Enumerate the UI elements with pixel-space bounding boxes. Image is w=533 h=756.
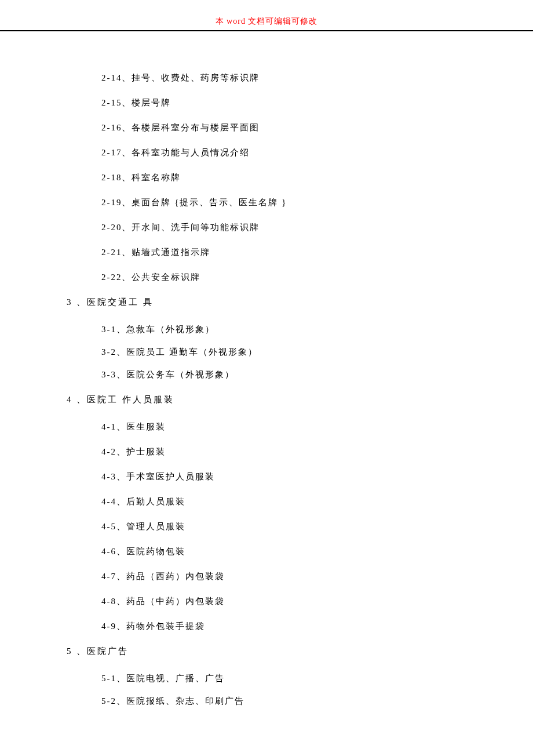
list-item: 4-8、药品（中药）内包装袋	[101, 595, 533, 608]
list-item: 4-6、医院药物包装	[101, 546, 533, 558]
list-item: 2-17、各科室功能与人员情况介绍	[101, 147, 533, 159]
list-item: 4-1、医生服装	[101, 421, 533, 433]
document-header: 本 word 文档可编辑可修改	[0, 0, 533, 27]
list-item: 4-9、药物外包装手提袋	[101, 620, 533, 633]
list-item: 2-18、科室名称牌	[101, 172, 533, 184]
list-item: 5-2、医院报纸、杂志、印刷广告	[101, 695, 533, 707]
list-item: 4-7、药品（西药）内包装袋	[101, 570, 533, 583]
list-item: 3-1、急救车（外视形象）	[101, 324, 533, 336]
list-item: 2-20、开水间、洗手间等功能标识牌	[101, 221, 533, 234]
list-item: 4-3、手术室医护人员服装	[101, 471, 533, 483]
list-item: 2-21、贴墙式通道指示牌	[101, 246, 533, 259]
list-item: 5-1、医院电视、广播、广告	[101, 673, 533, 685]
list-item: 4-5、管理人员服装	[101, 521, 533, 533]
section-title: 3 、医院交通工 具	[67, 296, 533, 308]
header-text: 本 word 文档可编辑可修改	[216, 17, 318, 26]
list-item: 3-2、医院员工 通勤车（外视形象）	[101, 346, 533, 358]
list-item: 2-14、挂号、收费处、药房等标识牌	[101, 72, 533, 84]
section-title: 4 、医院工 作人员服装	[67, 394, 533, 406]
section-title: 5 、医院广告	[67, 645, 533, 657]
document-content: 2-14、挂号、收费处、药房等标识牌 2-15、楼层号牌 2-16、各楼层科室分…	[0, 31, 533, 707]
list-item: 2-19、桌面台牌 {提示、告示、医生名牌 }	[101, 197, 533, 209]
list-item: 2-16、各楼层科室分布与楼层平面图	[101, 122, 533, 134]
list-item: 3-3、医院公务车（外视形象）	[101, 369, 533, 381]
list-item: 4-4、后勤人员服装	[101, 496, 533, 508]
list-item: 4-2、护士服装	[101, 446, 533, 458]
list-item: 2-22、公共安全标识牌	[101, 271, 533, 284]
list-item: 2-15、楼层号牌	[101, 97, 533, 109]
